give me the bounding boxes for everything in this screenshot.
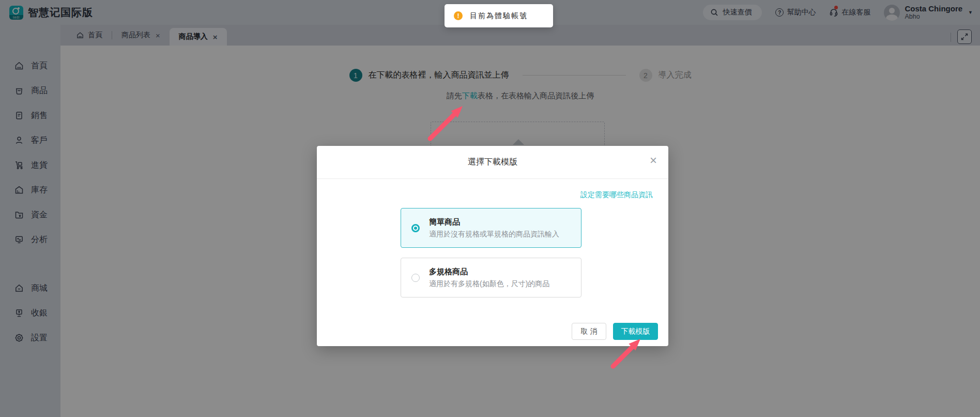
option-title: 簡單商品 xyxy=(429,217,559,227)
option-title: 多規格商品 xyxy=(429,267,549,277)
option-desc: 適用於有多規格(如顏色，尺寸)的商品 xyxy=(429,279,549,289)
toast-message: 目前為體驗帳號 xyxy=(470,11,528,21)
radio-selected[interactable] xyxy=(411,224,420,232)
download-template-modal: 選擇下載模版 × 設定需要哪些商品資訊 簡單商品 適用於沒有規格或單規格的商品資… xyxy=(317,146,668,346)
radio-unselected[interactable] xyxy=(411,274,420,282)
cancel-button[interactable]: 取 消 xyxy=(572,323,606,340)
option-desc: 適用於沒有規格或單規格的商品資訊輸入 xyxy=(429,230,559,239)
option-multi-spec-product[interactable]: 多規格商品 適用於有多規格(如顏色，尺寸)的商品 xyxy=(401,258,581,297)
option-simple-product[interactable]: 簡單商品 適用於沒有規格或單規格的商品資訊輸入 xyxy=(401,208,581,248)
modal-title: 選擇下載模版 xyxy=(468,157,517,168)
warning-icon: ! xyxy=(454,11,463,20)
download-template-button[interactable]: 下載模版 xyxy=(613,323,658,340)
app-window: intl 智慧记国际版 快速查價 ? 幫助中心 xyxy=(0,0,980,417)
close-icon[interactable]: × xyxy=(650,154,657,167)
product-info-settings-link[interactable]: 設定需要哪些商品資訊 xyxy=(580,190,653,200)
trial-account-toast: ! 目前為體驗帳號 xyxy=(445,4,553,27)
